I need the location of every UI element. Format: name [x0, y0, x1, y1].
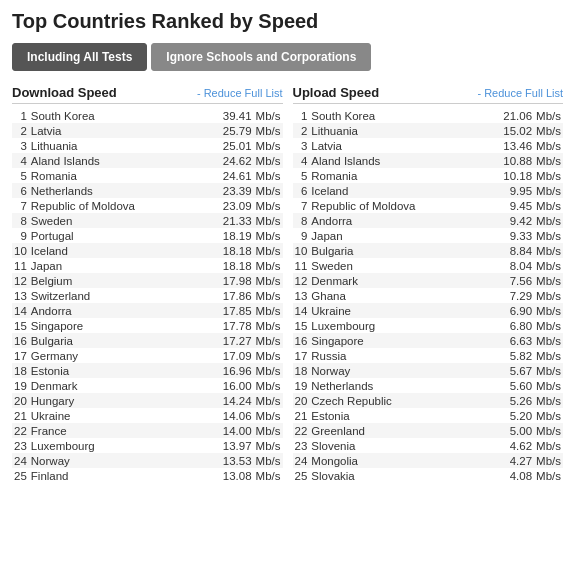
- table-row: 17 Germany 17.09 Mb/s: [12, 348, 283, 363]
- download-reduce-link[interactable]: - Reduce Full List: [197, 87, 283, 99]
- tab-including-all[interactable]: Including All Tests: [12, 43, 147, 71]
- rank-num: 19: [12, 378, 29, 393]
- rank-num: 24: [12, 453, 29, 468]
- speed-value: 9.33: [501, 228, 534, 243]
- country-name: Japan: [29, 258, 221, 273]
- speed-unit: Mb/s: [254, 378, 283, 393]
- speed-unit: Mb/s: [534, 453, 563, 468]
- upload-reduce-link[interactable]: - Reduce Full List: [477, 87, 563, 99]
- country-name: Latvia: [29, 123, 221, 138]
- speed-value: 7.56: [501, 273, 534, 288]
- speed-value: 4.08: [501, 468, 534, 483]
- table-row: 3 Latvia 13.46 Mb/s: [293, 138, 564, 153]
- speed-unit: Mb/s: [534, 378, 563, 393]
- table-row: 11 Japan 18.18 Mb/s: [12, 258, 283, 273]
- country-name: Switzerland: [29, 288, 221, 303]
- upload-table: 1 South Korea 21.06 Mb/s 2 Lithuania 15.…: [293, 108, 564, 483]
- table-row: 10 Iceland 18.18 Mb/s: [12, 243, 283, 258]
- speed-value: 5.00: [501, 423, 534, 438]
- rank-num: 21: [293, 408, 310, 423]
- speed-value: 9.42: [501, 213, 534, 228]
- speed-value: 5.20: [501, 408, 534, 423]
- speed-value: 17.98: [221, 273, 254, 288]
- speed-value: 4.62: [501, 438, 534, 453]
- rank-num: 23: [12, 438, 29, 453]
- speed-unit: Mb/s: [254, 138, 283, 153]
- table-row: 12 Denmark 7.56 Mb/s: [293, 273, 564, 288]
- table-row: 7 Republic of Moldova 9.45 Mb/s: [293, 198, 564, 213]
- speed-value: 16.96: [221, 363, 254, 378]
- speed-value: 6.80: [501, 318, 534, 333]
- speed-value: 17.78: [221, 318, 254, 333]
- speed-unit: Mb/s: [254, 303, 283, 318]
- rank-num: 6: [12, 183, 29, 198]
- speed-unit: Mb/s: [534, 468, 563, 483]
- country-name: Romania: [29, 168, 221, 183]
- table-row: 16 Singapore 6.63 Mb/s: [293, 333, 564, 348]
- speed-unit: Mb/s: [254, 243, 283, 258]
- speed-unit: Mb/s: [254, 453, 283, 468]
- country-name: Andorra: [29, 303, 221, 318]
- download-column: Download Speed - Reduce Full List 1 Sout…: [12, 85, 283, 483]
- rank-num: 25: [293, 468, 310, 483]
- speed-value: 14.00: [221, 423, 254, 438]
- speed-value: 5.60: [501, 378, 534, 393]
- rank-num: 19: [293, 378, 310, 393]
- speed-value: 13.46: [501, 138, 534, 153]
- rank-num: 8: [293, 213, 310, 228]
- rank-num: 7: [293, 198, 310, 213]
- table-row: 7 Republic of Moldova 23.09 Mb/s: [12, 198, 283, 213]
- table-row: 8 Sweden 21.33 Mb/s: [12, 213, 283, 228]
- table-row: 5 Romania 10.18 Mb/s: [293, 168, 564, 183]
- country-name: Sweden: [309, 258, 501, 273]
- rank-num: 17: [293, 348, 310, 363]
- rank-num: 4: [12, 153, 29, 168]
- country-name: Germany: [29, 348, 221, 363]
- speed-value: 25.01: [221, 138, 254, 153]
- country-name: Estonia: [309, 408, 501, 423]
- rank-num: 6: [293, 183, 310, 198]
- speed-unit: Mb/s: [534, 423, 563, 438]
- speed-value: 18.18: [221, 258, 254, 273]
- columns-wrapper: Download Speed - Reduce Full List 1 Sout…: [12, 85, 563, 483]
- speed-unit: Mb/s: [534, 153, 563, 168]
- speed-value: 5.82: [501, 348, 534, 363]
- tab-ignore-schools[interactable]: Ignore Schools and Corporations: [151, 43, 371, 71]
- rank-num: 22: [12, 423, 29, 438]
- country-name: Bulgaria: [29, 333, 221, 348]
- country-name: Republic of Moldova: [309, 198, 501, 213]
- country-name: Andorra: [309, 213, 501, 228]
- speed-value: 15.02: [501, 123, 534, 138]
- country-name: Ukraine: [29, 408, 221, 423]
- table-row: 2 Lithuania 15.02 Mb/s: [293, 123, 564, 138]
- rank-num: 24: [293, 453, 310, 468]
- country-name: Iceland: [29, 243, 221, 258]
- upload-title: Upload Speed: [293, 85, 380, 100]
- table-row: 8 Andorra 9.42 Mb/s: [293, 213, 564, 228]
- speed-unit: Mb/s: [534, 363, 563, 378]
- tab-bar: Including All Tests Ignore Schools and C…: [12, 43, 563, 71]
- speed-value: 14.06: [221, 408, 254, 423]
- table-row: 16 Bulgaria 17.27 Mb/s: [12, 333, 283, 348]
- table-row: 18 Norway 5.67 Mb/s: [293, 363, 564, 378]
- table-row: 2 Latvia 25.79 Mb/s: [12, 123, 283, 138]
- speed-unit: Mb/s: [534, 228, 563, 243]
- speed-value: 18.18: [221, 243, 254, 258]
- country-name: Belgium: [29, 273, 221, 288]
- rank-num: 22: [293, 423, 310, 438]
- rank-num: 12: [12, 273, 29, 288]
- rank-num: 12: [293, 273, 310, 288]
- country-name: Japan: [309, 228, 501, 243]
- country-name: Ukraine: [309, 303, 501, 318]
- upload-header: Upload Speed - Reduce Full List: [293, 85, 564, 104]
- table-row: 21 Estonia 5.20 Mb/s: [293, 408, 564, 423]
- country-name: Mongolia: [309, 453, 501, 468]
- speed-value: 8.84: [501, 243, 534, 258]
- rank-num: 14: [293, 303, 310, 318]
- table-row: 14 Ukraine 6.90 Mb/s: [293, 303, 564, 318]
- country-name: South Korea: [29, 108, 221, 123]
- speed-unit: Mb/s: [254, 198, 283, 213]
- country-name: Iceland: [309, 183, 501, 198]
- country-name: Finland: [29, 468, 221, 483]
- speed-unit: Mb/s: [534, 138, 563, 153]
